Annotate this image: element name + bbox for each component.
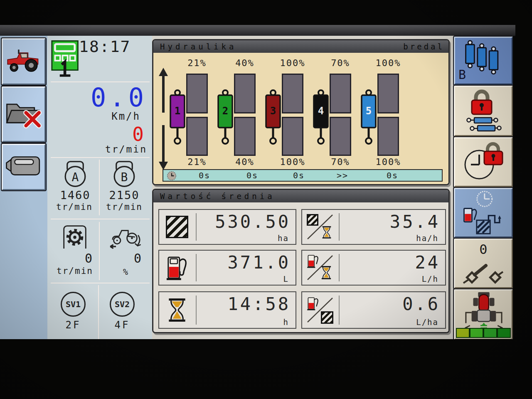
pto-b-icon: B [110, 160, 139, 190]
valve-slot-up [377, 74, 399, 113]
stat-cell-area: 530.50 ha [158, 209, 296, 245]
lock-cylinders-icon [464, 87, 502, 135]
valve-slot-up [234, 74, 256, 113]
camera-view-button[interactable] [2, 144, 46, 190]
sv2-value: 4F [105, 319, 140, 331]
raise-arrow-icon [158, 68, 169, 116]
lock-cylinders-button[interactable] [454, 86, 513, 136]
counters-screen-button[interactable] [454, 188, 513, 238]
section-width-bar [456, 328, 511, 338]
valve-slot-up [330, 74, 351, 113]
engine-rpm-value: 0 [62, 123, 144, 145]
folder-delete-icon [5, 97, 43, 131]
valve-slot-up [282, 74, 303, 113]
delete-job-button[interactable] [2, 86, 46, 142]
implement-width-button[interactable] [454, 289, 513, 339]
section-timer: 0s [229, 170, 276, 180]
terminal-screen: 18:17 0.0 Km/h 0 tr/min A B 1460 2150 tr… [0, 36, 513, 339]
gearbox-rpm-unit: tr/min [48, 266, 101, 276]
hydraulics-title: Hydraulika [160, 42, 236, 51]
gearbox-rpm-value: 0 [54, 251, 92, 266]
section-number: 3 [266, 105, 280, 117]
stat-cell-hours: 14:58 h [158, 291, 296, 329]
section-number: 5 [362, 105, 376, 117]
valve-slot-down [234, 117, 256, 156]
spool-valve-icon [264, 89, 282, 149]
sv1-badge: SV1 [61, 292, 86, 317]
section-number: 2 [218, 105, 232, 117]
tractor-screen-button[interactable] [2, 38, 46, 85]
tractor-top-view-icon [459, 291, 508, 332]
slip-unit: % [105, 267, 146, 277]
speed-value: 0.0 [62, 82, 147, 113]
averages-panel-header: Wartość średnia [153, 190, 448, 202]
averages-title: Wartość średnia [160, 192, 275, 201]
hydraulics-body: 21% 1 21% 40% [153, 53, 448, 184]
spreader-sections-button[interactable]: B [454, 37, 513, 85]
stat-cell-fuel-per-area: 0.6 L/ha [301, 291, 446, 329]
hydraulics-brand: bredal [403, 40, 444, 53]
fuel-per-area-icon [302, 292, 338, 328]
valve-slot-up [186, 74, 208, 113]
spool-valve-icon [217, 89, 234, 149]
averages-panel: Wartość średnia 530.50 ha [152, 189, 450, 333]
section-bottom-percent: 21% [175, 157, 219, 167]
pto-a-unit: tr/min [48, 202, 101, 212]
section-switch-button[interactable]: 0 [454, 239, 513, 288]
section-timer: 0s [276, 170, 322, 180]
area-per-hour-icon [302, 210, 338, 244]
sv2-badge: SV2 [110, 292, 135, 317]
hydraulic-section-5: 100% 5 100% [359, 53, 406, 169]
section-timer: >> [322, 170, 363, 180]
working-hours-icon [159, 292, 195, 328]
wheel-slip-icon [107, 224, 143, 254]
section-timer-strip: 0s 0s 0s >> 0s [163, 169, 443, 182]
fuel-per-hour-icon [302, 251, 338, 285]
lower-arrow-icon [158, 123, 169, 172]
gearbox-gear-icon [61, 224, 89, 251]
open-switch-icon [462, 261, 505, 287]
hydraulic-section-3: 100% 3 100% [264, 53, 310, 169]
averages-body: 530.50 ha [153, 202, 448, 332]
speed-unit: Km/h [62, 111, 140, 122]
spool-valve-icon [169, 89, 186, 149]
stat-cell-fuel-rate: 24 L/h [301, 250, 446, 286]
spreader-label: B [458, 67, 466, 82]
fuel-used-icon [159, 251, 195, 285]
section-timer: 0s [363, 170, 422, 180]
hydraulic-section-1: 21% 1 21% [168, 53, 214, 169]
tractor-icon [5, 48, 42, 75]
section-top-percent: 21% [175, 58, 219, 68]
clock-lock-icon [462, 140, 505, 185]
valve-slot-down [282, 117, 303, 156]
hydraulic-cylinders-icon [462, 39, 505, 82]
section-number: 1 [170, 105, 185, 117]
hydraulic-section-4: 70% 4 70% [311, 53, 358, 169]
stat-cell-fuel: 371.0 L [158, 250, 296, 286]
pto-a-icon: A [61, 160, 90, 190]
camera-icon [5, 155, 42, 180]
switch-counter-value: 0 [455, 241, 512, 257]
valve-slot-down [186, 117, 208, 156]
timer-clock-icon [163, 170, 180, 181]
stat-cell-area-rate: 35.4 ha/h [301, 209, 446, 245]
section-timer: 0s [180, 170, 229, 180]
valve-slot-down [330, 117, 351, 156]
section-number: 4 [314, 105, 328, 117]
area-worked-icon [159, 210, 195, 244]
valve-slot-down [377, 117, 399, 156]
counters-icon [460, 189, 507, 237]
pto-b-unit: tr/min [98, 202, 150, 212]
terminal-photo: 18:17 0.0 Km/h 0 tr/min A B 1460 2150 tr… [0, 0, 532, 399]
engine-rpm-unit: tr/min [62, 144, 147, 155]
hydraulic-section-2: 40% 2 40% [216, 53, 262, 169]
screen-bezel [0, 25, 515, 37]
pto-a-value: 1460 [51, 189, 100, 202]
lock-timer-button[interactable] [454, 137, 513, 187]
implement-1-icon [51, 39, 81, 81]
spool-valve-icon [360, 89, 377, 149]
spool-valve-icon [312, 89, 330, 149]
slip-value: 0 [105, 251, 141, 266]
clock-time: 18:17 [79, 37, 149, 56]
hydraulics-panel: Hydraulika bredal 21% [152, 39, 450, 185]
